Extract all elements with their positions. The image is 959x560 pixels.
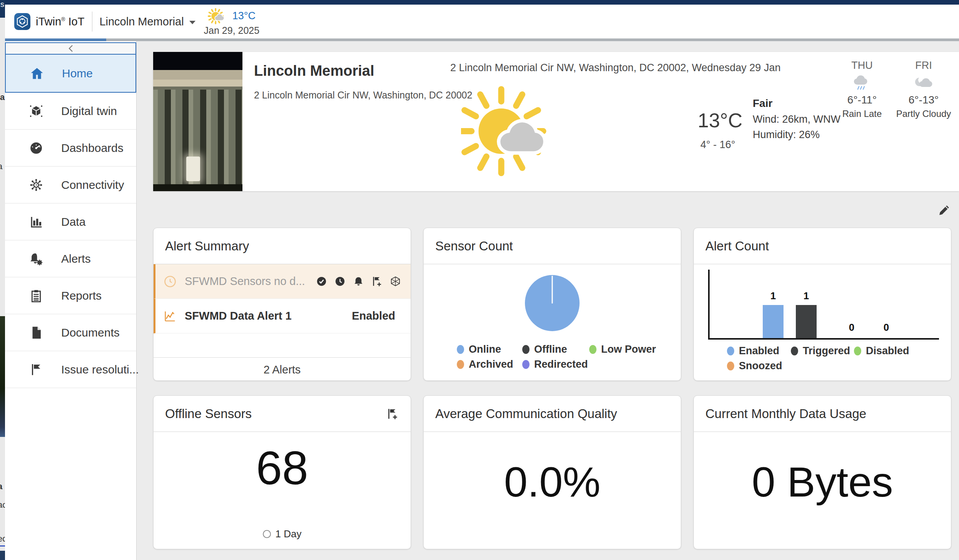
background-text-fragment: a: [0, 162, 5, 172]
window-top-strip: [5, 0, 959, 5]
legend-item: Disabled: [854, 345, 943, 357]
model-cube-icon[interactable]: [389, 275, 401, 287]
moon-cloud-icon: [913, 74, 934, 92]
bar-value: 0: [841, 322, 862, 333]
gauge-icon: [29, 141, 43, 155]
itwin-logo-icon[interactable]: [14, 13, 30, 30]
sidebar-item-reports[interactable]: Reports: [5, 277, 136, 314]
card-header: Alert Summary: [154, 228, 411, 264]
sidebar-item-dashboards[interactable]: Dashboards: [5, 130, 136, 167]
sidebar-collapse-button[interactable]: [6, 43, 135, 55]
radio-button[interactable]: [263, 530, 271, 538]
sidebar-item-label: Alerts: [61, 252, 91, 265]
card-title: Alert Count: [705, 239, 769, 253]
bar-enabled: [763, 305, 784, 338]
sidebar-item-label: Issue resoluti...: [61, 363, 139, 376]
bar-chart-icon: [29, 215, 43, 229]
background-footer-fragment: [0, 551, 5, 560]
sun-cloud-icon: [461, 83, 557, 180]
sidebar-item-documents[interactable]: Documents: [5, 314, 136, 351]
topbar-temperature: 13°C: [232, 10, 256, 22]
sidebar-item-connectivity[interactable]: Connectivity: [5, 167, 136, 203]
forecast-desc: Rain Late: [842, 108, 882, 119]
sidebar-item-issue-resolution[interactable]: Issue resoluti...: [5, 351, 136, 388]
app-topbar: iTwin® IoT Lincoln Memorial: [5, 5, 959, 38]
offline-sensors-card: Offline Sensors 68 1 Day: [153, 395, 411, 549]
topbar-divider: [92, 12, 92, 32]
card-footer-divider: [154, 357, 411, 358]
alert-row[interactable]: SFWMD Data Alert 1 Enabled: [154, 299, 411, 333]
sidebar-item-home[interactable]: Home: [6, 55, 135, 92]
legend-item: Archived: [457, 358, 522, 370]
forecast-day-label: FRI: [915, 60, 932, 72]
digital-twin-cube-icon: [29, 104, 43, 118]
pencil-icon: [937, 203, 951, 217]
project-name: Lincoln Memorial: [99, 15, 184, 28]
data-usage-card: Current Monthly Data Usage 0 Bytes: [693, 395, 951, 549]
forecast-range: 6°-13°: [909, 94, 939, 106]
sidebar-item-alerts[interactable]: Alerts: [5, 240, 136, 277]
home-icon: [30, 66, 44, 81]
communication-quality-card: Average Communication Quality 0.0%: [423, 395, 681, 549]
time-range-option[interactable]: 1 Day: [154, 528, 411, 540]
card-header: Offline Sensors: [154, 396, 411, 432]
legend-dot: [727, 362, 734, 370]
bar-triggered: [796, 305, 817, 338]
data-usage-value: 0 Bytes: [694, 457, 951, 506]
legend-dot: [589, 345, 596, 354]
site-address: 2 Lincoln Memorial Cir NW, Washington, D…: [254, 90, 472, 101]
snoozed-clock-icon: [163, 275, 177, 288]
alert-row[interactable]: SFWMD Sensors no d...: [154, 264, 411, 299]
document-icon: [29, 325, 43, 340]
snooze-clock-icon[interactable]: [334, 275, 346, 287]
project-selector[interactable]: Lincoln Memorial: [99, 15, 195, 28]
background-text-fragment: a: [0, 482, 5, 492]
edit-dashboard-button[interactable]: [937, 202, 953, 218]
sidebar-item-label: Connectivity: [61, 178, 124, 192]
horizontal-scrollbar-thumb[interactable]: [5, 38, 106, 41]
forecast-day: FRI 6°-13° Partly Cloudy: [881, 60, 959, 119]
card-header: Average Communication Quality: [424, 396, 681, 432]
legend-dot: [457, 360, 464, 369]
topbar-weather[interactable]: 13°C Jan 29, 2025: [204, 7, 260, 36]
sidebar-item-digital-twin[interactable]: Digital twin: [5, 93, 136, 130]
background-page-sliver: s la a a ac ed: [0, 0, 5, 560]
forecast-range: 6°-11°: [847, 94, 877, 106]
notification-bell-icon[interactable]: [353, 275, 364, 287]
current-condition: Fair: [753, 97, 772, 110]
app-name: iTwin® IoT: [36, 15, 84, 28]
current-humidity: Humidity: 26%: [753, 129, 820, 141]
topbar-date: Jan 29, 2025: [204, 25, 260, 36]
sidebar-item-label: Home: [62, 67, 93, 80]
chevron-left-icon: [68, 44, 74, 53]
legend-dot: [791, 347, 798, 355]
offline-sensors-value: 68: [154, 441, 411, 495]
app-screen: s la a a ac ed iTwin® IoT: [0, 0, 959, 560]
flag-add-icon[interactable]: [386, 407, 399, 420]
flag-add-icon[interactable]: [371, 275, 383, 287]
sensor-count-legend: Online Offline Low Power Archived Redire…: [457, 343, 673, 370]
horizontal-scrollbar[interactable]: [5, 38, 959, 41]
sun-cloud-icon: [208, 7, 226, 25]
sidebar-item-label: Digital twin: [61, 105, 117, 118]
background-photo-fragment: [0, 316, 5, 437]
legend-item: Redirected: [522, 358, 589, 370]
legend-item: Snoozed: [727, 360, 791, 372]
sidebar-selected-group: Home: [5, 42, 136, 93]
radio-label: 1 Day: [276, 528, 302, 540]
complete-check-icon[interactable]: [316, 275, 327, 287]
background-text-fragment: la: [0, 92, 5, 102]
legend-item: Low Power: [589, 343, 673, 355]
sidebar-item-label: Dashboards: [61, 142, 124, 155]
current-temperature: 13°C: [698, 109, 742, 132]
chevron-down-icon: [189, 21, 195, 24]
legend-dot: [522, 345, 530, 354]
flag-icon: [29, 362, 43, 377]
card-title: Offline Sensors: [165, 407, 252, 421]
card-title: Average Communication Quality: [435, 407, 617, 421]
data-alert-chart-icon: [163, 309, 177, 323]
weather-headline: 2 Lincoln Memorial Cir NW, Washington, D…: [450, 62, 780, 74]
legend-item: Offline: [522, 343, 589, 355]
sidebar-item-data[interactable]: Data: [5, 203, 136, 240]
card-title: Sensor Count: [435, 239, 513, 253]
